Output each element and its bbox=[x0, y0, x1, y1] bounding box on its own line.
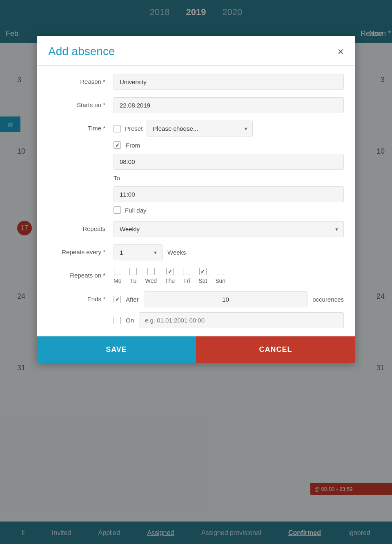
repeats-every-select-wrap: 1 2 3 bbox=[114, 244, 163, 260]
day-fri-label: Fri bbox=[183, 278, 190, 284]
repeats-on-control: Mo Tu Wed Thu bbox=[114, 268, 344, 284]
from-to-row: From To bbox=[114, 141, 344, 202]
to-label: To bbox=[114, 175, 120, 181]
day-thu-label: Thu bbox=[165, 278, 175, 284]
dialog-title: Add absence bbox=[48, 45, 115, 58]
repeats-select[interactable]: Weekly Daily Monthly bbox=[114, 221, 344, 237]
add-absence-dialog: Add absence × Reason * Starts on * Time … bbox=[37, 36, 355, 363]
from-input[interactable] bbox=[114, 154, 344, 170]
repeats-every-control: 1 2 3 Weeks bbox=[114, 244, 344, 260]
save-button[interactable]: SAVE bbox=[37, 336, 196, 363]
ends-inner: After occurences On bbox=[114, 291, 344, 328]
ends-on-label: On bbox=[126, 317, 134, 324]
repeats-row: Repeats Weekly Daily Monthly bbox=[48, 221, 344, 237]
day-sat-checkbox[interactable] bbox=[199, 268, 207, 275]
day-tu: Tu bbox=[129, 268, 137, 284]
repeats-every-unit: Weeks bbox=[167, 249, 186, 256]
ends-control: After occurences On bbox=[114, 291, 344, 328]
from-label: From bbox=[126, 142, 140, 149]
ends-on-input[interactable] bbox=[139, 312, 344, 328]
starts-on-row: Starts on * bbox=[48, 97, 344, 113]
occurrences-label: occurences bbox=[312, 296, 344, 303]
day-sat-label: Sat bbox=[198, 278, 207, 284]
dialog-body: Reason * Starts on * Time * Preset bbox=[37, 66, 355, 328]
time-label: Time * bbox=[48, 121, 114, 132]
preset-checkbox[interactable] bbox=[114, 125, 121, 132]
starts-on-input[interactable] bbox=[114, 97, 344, 113]
repeats-every-row: Repeats every * 1 2 3 Weeks bbox=[48, 244, 344, 260]
reason-label: Reason * bbox=[48, 74, 114, 85]
repeats-control: Weekly Daily Monthly bbox=[114, 221, 344, 237]
day-checkbox-group: Mo Tu Wed Thu bbox=[114, 268, 344, 284]
ends-after-label: After bbox=[126, 296, 139, 303]
day-wed-checkbox[interactable] bbox=[147, 268, 155, 275]
day-wed-label: Wed bbox=[145, 278, 157, 284]
preset-select-wrap: Please choose... bbox=[147, 121, 253, 137]
ends-after-checkbox[interactable] bbox=[114, 296, 121, 303]
day-mo-checkbox[interactable] bbox=[114, 268, 121, 275]
ends-on-row: On bbox=[114, 312, 344, 328]
repeats-select-wrap: Weekly Daily Monthly bbox=[114, 221, 344, 237]
starts-on-label: Starts on * bbox=[48, 97, 114, 108]
preset-label: Preset bbox=[125, 125, 143, 132]
ends-label: Ends * bbox=[48, 291, 114, 302]
ends-after-row: After occurences bbox=[114, 291, 344, 307]
repeats-on-label: Repeats on * bbox=[48, 268, 114, 279]
reason-input[interactable] bbox=[114, 74, 344, 90]
ends-row: Ends * After occurences On bbox=[48, 291, 344, 328]
fullday-row: Full day bbox=[114, 206, 344, 214]
time-control: Preset Please choose... From To bbox=[114, 121, 344, 214]
time-row: Time * Preset Please choose... From bbox=[48, 121, 344, 214]
starts-on-control bbox=[114, 97, 344, 113]
from-checkbox[interactable] bbox=[114, 141, 121, 149]
day-fri: Fri bbox=[183, 268, 190, 284]
preset-select[interactable]: Please choose... bbox=[147, 121, 253, 137]
dialog-header: Add absence × bbox=[37, 36, 355, 66]
day-sun-checkbox[interactable] bbox=[217, 268, 224, 275]
repeats-on-row: Repeats on * Mo Tu We bbox=[48, 268, 344, 284]
day-mo-label: Mo bbox=[114, 278, 121, 284]
close-button[interactable]: × bbox=[338, 46, 344, 57]
day-mo: Mo bbox=[114, 268, 121, 284]
reason-row: Reason * bbox=[48, 74, 344, 90]
day-sun: Sun bbox=[215, 268, 225, 284]
day-tu-checkbox[interactable] bbox=[129, 268, 137, 275]
cancel-button[interactable]: CANCEL bbox=[196, 336, 355, 363]
dialog-footer: SAVE CANCEL bbox=[37, 336, 355, 363]
day-wed: Wed bbox=[145, 268, 157, 284]
day-sat: Sat bbox=[198, 268, 207, 284]
reason-control bbox=[114, 74, 344, 90]
day-thu-checkbox[interactable] bbox=[166, 268, 174, 275]
repeats-every-label: Repeats every * bbox=[48, 244, 114, 255]
day-fri-checkbox[interactable] bbox=[183, 268, 190, 275]
fullday-label: Full day bbox=[125, 207, 147, 214]
day-tu-label: Tu bbox=[130, 278, 137, 284]
to-input[interactable] bbox=[114, 186, 344, 202]
day-thu: Thu bbox=[165, 268, 175, 284]
fullday-checkbox[interactable] bbox=[114, 206, 121, 214]
preset-row: Preset Please choose... bbox=[114, 121, 344, 137]
repeats-every-select[interactable]: 1 2 3 bbox=[114, 244, 163, 260]
ends-after-input[interactable] bbox=[144, 291, 308, 307]
ends-on-checkbox[interactable] bbox=[114, 317, 121, 324]
day-sun-label: Sun bbox=[215, 278, 225, 284]
repeats-label: Repeats bbox=[48, 221, 114, 232]
repeats-every-inner: 1 2 3 Weeks bbox=[114, 244, 344, 260]
